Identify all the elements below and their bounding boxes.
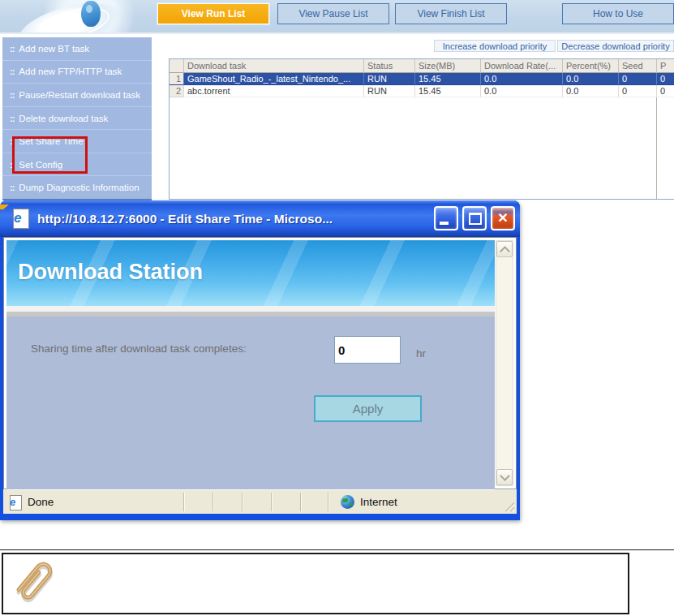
dialog-body: Sharing time after download task complet… <box>6 317 495 489</box>
status-bar: e Done Internet <box>3 489 517 514</box>
header-cell-percent: Percent(%) <box>562 59 618 73</box>
logo-device-highlight <box>86 5 92 13</box>
sidebar-menu: ::Add new BT task::Add new FTP/HTTP task… <box>2 37 152 200</box>
sidebar-item-pause-restart-download-task[interactable]: ::Pause/Restart download task <box>2 84 152 107</box>
cursor-artifact <box>0 205 9 209</box>
status-divider <box>183 493 184 511</box>
menu-bullet-icon: :: <box>10 67 14 76</box>
sidebar-item-label: Add new BT task <box>19 44 89 54</box>
internet-zone-icon <box>341 495 354 509</box>
menu-bullet-icon: :: <box>10 183 14 192</box>
chevron-up-icon <box>500 246 510 256</box>
banner-title: Download Station <box>18 260 203 285</box>
nav-button-view-run-list[interactable]: View Run List <box>157 3 269 24</box>
cell-task: GameShout_Radio_-_latest_Nintendo_... <box>183 73 363 85</box>
cell-status: RUN <box>363 85 414 97</box>
hours-unit-label: hr <box>416 347 426 360</box>
cell-p: 0 <box>656 85 674 97</box>
scrollbar-track[interactable] <box>496 257 513 469</box>
status-text: Done <box>28 490 54 515</box>
cell-row-number: 2 <box>170 85 183 97</box>
ie-page-icon: e <box>13 209 29 229</box>
cell-percent: 0.0 <box>562 73 618 85</box>
sidebar-item-label: Pause/Restart download task <box>19 90 140 100</box>
download-task-table: Download taskStatusSize(MB)Download Rate… <box>169 58 674 200</box>
status-divider <box>213 493 213 511</box>
download-station-banner: Download Station <box>6 240 495 306</box>
sidebar-item-label: Dump Diagnostic Information <box>19 183 139 192</box>
top-header-band: View Run ListView Pause ListView Finish … <box>0 0 674 34</box>
share-time-input[interactable] <box>334 336 401 364</box>
maximize-button[interactable] <box>462 206 487 230</box>
menu-bullet-icon: :: <box>10 160 14 170</box>
cell-size: 15.45 <box>414 73 480 85</box>
edit-share-time-window: e http://10.8.12.7:6000 - Edit Share Tim… <box>0 200 520 520</box>
sidebar-item-add-new-bt-task[interactable]: ::Add new BT task <box>2 37 152 61</box>
header-cell-seed: Seed <box>618 59 656 73</box>
cell-task: abc.torrent <box>183 85 363 97</box>
ie-status-icon: e <box>10 495 22 510</box>
nav-button-view-pause-list[interactable]: View Pause List <box>277 3 389 24</box>
window-title: http://10.8.12.7:6000 - Edit Share Time … <box>37 200 427 237</box>
sidebar-item-delete-download-task[interactable]: ::Delete download task <box>2 107 152 131</box>
header-cell-p: P <box>656 59 674 73</box>
table-row-1[interactable]: 1GameShout_Radio_-_latest_Nintendo_...RU… <box>170 73 674 85</box>
status-divider <box>328 493 328 511</box>
nav-button-view-finish-list[interactable]: View Finish List <box>395 3 507 24</box>
attachment-box <box>2 553 629 614</box>
window-content: Download Station Sharing time after down… <box>3 237 517 489</box>
sidebar-item-set-config[interactable]: ::Set Config <box>2 153 152 177</box>
resize-grip[interactable] <box>504 501 514 511</box>
cell-p: 0 <box>656 73 674 85</box>
chevron-down-icon <box>500 471 510 481</box>
menu-bullet-icon: :: <box>10 90 14 100</box>
app-logo <box>0 0 159 32</box>
cell-size: 15.45 <box>414 85 480 97</box>
scroll-down-button[interactable] <box>496 469 513 485</box>
scroll-up-button[interactable] <box>496 241 513 257</box>
cell-row-number: 1 <box>170 73 183 85</box>
screen: View Run ListView Pause ListView Finish … <box>0 0 674 616</box>
share-time-label: Sharing time after download task complet… <box>31 342 247 355</box>
internet-zone-label: Internet <box>360 490 397 515</box>
minimize-button[interactable] <box>434 206 458 230</box>
separator-line <box>0 549 674 550</box>
sidebar-item-add-new-ftp-http-task[interactable]: ::Add new FTP/HTTP task <box>2 61 152 84</box>
menu-bullet-icon: :: <box>10 136 14 146</box>
header-cell-status: Status <box>363 59 414 73</box>
apply-button[interactable]: Apply <box>314 395 422 422</box>
banner-separator-light <box>6 306 495 312</box>
table-row-2[interactable]: 2abc.torrentRUN15.450.00.000 <box>170 85 674 97</box>
status-divider <box>242 493 243 511</box>
cell-seed: 0 <box>618 85 656 97</box>
nav-button-how-to-use[interactable]: How to Use <box>562 3 674 24</box>
sidebar-item-label: Delete download task <box>19 114 108 123</box>
cell-seed: 0 <box>618 73 656 85</box>
sidebar-item-dump-diagnostic-information[interactable]: ::Dump Diagnostic Information <box>2 176 152 199</box>
sidebar-item-label: Add new FTP/HTTP task <box>19 67 122 76</box>
sidebar-item-label: Set Config <box>19 160 62 170</box>
cell-rate: 0.0 <box>480 73 562 85</box>
status-divider <box>300 493 301 511</box>
sidebar-item-set-share-time[interactable]: ::Set Share Time <box>2 130 152 153</box>
window-titlebar[interactable]: e http://10.8.12.7:6000 - Edit Share Tim… <box>0 200 520 237</box>
cell-rate: 0.0 <box>480 85 562 97</box>
header-cell-download-rate: Download Rate(... <box>480 59 562 73</box>
header-cell-size-mb: Size(MB) <box>414 59 480 73</box>
header-cell-download-task: Download task <box>183 59 363 73</box>
close-button[interactable] <box>491 206 515 230</box>
sidebar-item-label: Set Share Time <box>19 136 83 146</box>
cell-percent: 0.0 <box>562 85 618 97</box>
increase-priority-button[interactable]: Increase download priority <box>434 40 556 52</box>
cell-status: RUN <box>363 73 414 85</box>
paperclip-icon <box>2 547 70 614</box>
status-divider <box>271 493 272 511</box>
table-header-row: Download taskStatusSize(MB)Download Rate… <box>170 59 674 73</box>
scrollbar <box>496 240 513 486</box>
header-cell-number <box>170 59 183 73</box>
menu-bullet-icon: :: <box>10 114 14 123</box>
menu-bullet-icon: :: <box>10 44 14 54</box>
decrease-priority-button[interactable]: Decrease download priority <box>557 40 674 52</box>
